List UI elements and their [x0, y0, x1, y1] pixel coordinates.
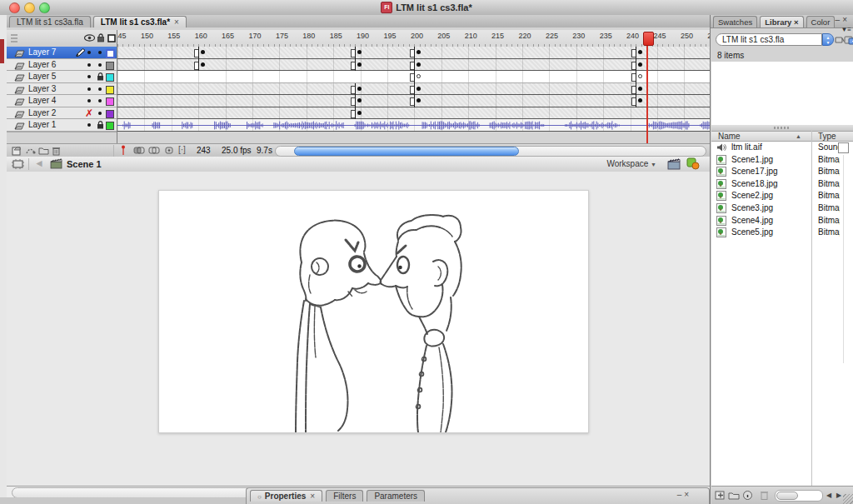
- timeline-scrollbar-thumb[interactable]: [294, 147, 519, 156]
- delete-layer-button[interactable]: [52, 146, 61, 156]
- keyframe-dot[interactable]: [638, 87, 642, 91]
- layer-name[interactable]: Layer 7: [28, 47, 56, 57]
- layer-row[interactable]: Layer 5: [7, 71, 117, 83]
- panel-window-controls[interactable]: –×: [836, 15, 850, 24]
- layer-outline-color-chip[interactable]: [106, 73, 114, 82]
- document-tab[interactable]: LTM lit s1 cs3a.fla: [9, 16, 91, 27]
- library-item[interactable]: Scene17.jpgBitmap: [711, 166, 853, 178]
- layer-unlocked-dot[interactable]: [98, 87, 102, 91]
- keyframe-dot[interactable]: [417, 87, 421, 91]
- playhead-handle[interactable]: [643, 32, 654, 46]
- frame-rate[interactable]: 25.0 fps: [222, 146, 252, 155]
- show-hide-all-layers-icon[interactable]: [84, 34, 95, 42]
- stage-pasteboard[interactable]: [7, 172, 710, 486]
- layer-outline-color-chip[interactable]: [106, 49, 115, 58]
- add-motion-guide-button[interactable]: [25, 146, 36, 156]
- timeline-frames-row[interactable]: [117, 119, 711, 132]
- timeline-ruler[interactable]: 1451501551601651701751801851901952002052…: [117, 30, 711, 47]
- library-document-select-stepper[interactable]: ▲▼: [822, 33, 834, 46]
- layer-outline-color-chip[interactable]: [106, 62, 114, 70]
- onion-skin-outlines-button[interactable]: [148, 146, 160, 155]
- layer-name[interactable]: Layer 6: [28, 60, 56, 69]
- panel-tab-library[interactable]: Library ×: [760, 16, 803, 27]
- keyframe-dot[interactable]: [357, 62, 362, 67]
- modify-onion-markers-button[interactable]: [·]: [178, 145, 186, 154]
- keyframe-dot[interactable]: [417, 62, 421, 67]
- center-frame-button[interactable]: [121, 145, 126, 156]
- new-library-panel-icon[interactable]: [844, 35, 853, 45]
- library-document-select[interactable]: LTM lit s1 cs3.fla: [716, 33, 822, 46]
- properties-tab-parameters[interactable]: Parameters: [367, 490, 425, 502]
- panel-collapse-icon[interactable]: ○: [257, 493, 262, 501]
- layer-name[interactable]: Layer 2: [28, 108, 56, 117]
- layer-unlocked-dot[interactable]: [98, 63, 102, 67]
- blank-keyframe-circle[interactable]: [417, 74, 421, 78]
- keyframe-dot[interactable]: [357, 111, 362, 115]
- stage[interactable]: [158, 190, 589, 433]
- timeline-frames-row[interactable]: [117, 71, 711, 83]
- layer-row[interactable]: Layer 6: [7, 59, 117, 72]
- item-properties-button[interactable]: [742, 490, 753, 501]
- layer-outline-color-chip[interactable]: [106, 86, 114, 94]
- layer-visible-dot[interactable]: [87, 99, 91, 102]
- layer-name[interactable]: Layer 4: [28, 96, 56, 105]
- layer-name[interactable]: Layer 3: [28, 84, 56, 93]
- workspace-button[interactable]: Workspace ▼: [603, 158, 660, 169]
- keyframe-dot[interactable]: [417, 98, 421, 102]
- layer-row[interactable]: Layer 3: [7, 83, 117, 96]
- close-tab-icon[interactable]: ×: [174, 17, 179, 27]
- library-item[interactable]: Scene18.jpgBitmap: [711, 178, 853, 191]
- back-arrow-icon[interactable]: ◄: [34, 157, 44, 169]
- new-symbol-button[interactable]: [715, 490, 726, 501]
- layer-row[interactable]: Layer 7: [7, 47, 117, 59]
- column-name-header[interactable]: Name: [718, 132, 741, 141]
- layer-row[interactable]: Layer 1: [7, 119, 117, 132]
- library-hscrollbar-track[interactable]: [775, 490, 823, 502]
- layer-row[interactable]: Layer 4: [7, 95, 117, 107]
- layer-visible-dot[interactable]: [87, 87, 91, 91]
- keyframe-dot[interactable]: [357, 50, 362, 54]
- library-item[interactable]: Scene3.jpgBitmap: [711, 202, 853, 215]
- layer-row[interactable]: Layer 2✗: [7, 107, 117, 120]
- layer-lock-icon[interactable]: [97, 72, 104, 82]
- layer-unlocked-dot[interactable]: [98, 51, 102, 54]
- onion-skin-button[interactable]: [133, 146, 145, 155]
- column-type-header[interactable]: Type: [818, 132, 836, 141]
- layer-name[interactable]: Layer 5: [28, 72, 56, 81]
- layer-visible-dot[interactable]: [87, 123, 91, 127]
- layer-lock-icon[interactable]: [97, 121, 104, 131]
- layer-name[interactable]: Layer 1: [28, 120, 56, 129]
- layer-outline-color-chip[interactable]: [106, 122, 114, 130]
- layer-unlocked-dot[interactable]: [98, 112, 102, 115]
- blank-keyframe-circle[interactable]: [638, 74, 642, 78]
- edit-multiple-frames-button[interactable]: [163, 146, 175, 155]
- panel-grip-handle[interactable]: [11, 34, 17, 42]
- library-hscrollbar-thumb[interactable]: [776, 492, 798, 500]
- library-item[interactable]: Scene2.jpgBitmap: [711, 190, 853, 202]
- close-panel-tab-icon[interactable]: ×: [794, 17, 799, 27]
- pasteboard-icon[interactable]: [11, 158, 25, 170]
- timeline-scrollbar-track[interactable]: [275, 146, 706, 157]
- timeline-frames-row[interactable]: [117, 95, 711, 107]
- properties-tab-filters[interactable]: Filters: [326, 490, 363, 502]
- timeline-frames-row[interactable]: [117, 83, 711, 96]
- outline-all-layers-icon[interactable]: [107, 34, 116, 42]
- scroll-left-arrow[interactable]: ◀: [826, 492, 831, 499]
- insert-layer-folder-button[interactable]: [38, 146, 49, 156]
- layer-visible-dot[interactable]: [87, 51, 91, 54]
- keyframe-dot[interactable]: [357, 98, 362, 102]
- layer-outline-color-chip[interactable]: [106, 110, 114, 118]
- layer-visible-dot[interactable]: [87, 75, 91, 78]
- edit-symbols-button[interactable]: [686, 157, 700, 170]
- panel-menu-icon[interactable]: ▼≡: [841, 26, 851, 33]
- new-folder-button[interactable]: [728, 490, 740, 501]
- panel-tab-color[interactable]: Color: [806, 16, 836, 27]
- lock-all-layers-icon[interactable]: [97, 33, 105, 42]
- properties-panel-controls[interactable]: – ×: [677, 490, 689, 499]
- timeline-frames-row[interactable]: [117, 59, 711, 72]
- keyframe-dot[interactable]: [638, 50, 642, 54]
- library-divider[interactable]: [711, 125, 853, 131]
- library-item[interactable]: Scene5.jpgBitmap: [711, 227, 853, 239]
- timeline-frames-row[interactable]: [117, 107, 711, 120]
- timeline-frames-row[interactable]: [117, 47, 711, 59]
